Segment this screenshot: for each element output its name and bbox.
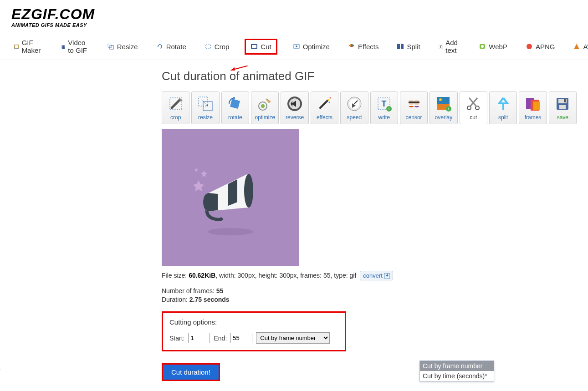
nav-cut[interactable]: Cut [245,39,277,55]
megaphone-icon [185,152,276,243]
resize-tool-icon [197,95,214,112]
file-info: File size: 60.62KiB, width: 300px, heigh… [162,271,577,280]
apng-icon [526,43,533,50]
file-frames-label: , frames: [297,272,323,279]
download-icon [384,273,390,279]
svg-rect-5 [62,48,62,48]
svg-rect-78 [559,105,566,109]
rotate-icon [156,43,164,50]
nav-label: Optimize [303,43,330,51]
svg-point-26 [481,45,484,48]
file-size-value: 60.62KiB [189,272,215,279]
tool-label: speed [347,114,362,121]
end-input[interactable] [230,333,252,343]
nav-video-to-gif[interactable]: Video to GIF [59,37,92,56]
cutting-options-box: Cutting options: Start: End: Cut by fram… [162,311,346,351]
overlay-tool-icon: + [435,95,452,112]
tool-label: crop [170,114,181,121]
file-frames-value: 55 [323,272,331,279]
tool-reverse[interactable]: reverse [281,91,308,124]
nav-apng[interactable]: APNG [523,41,558,52]
svg-line-71 [470,98,477,107]
reverse-tool-icon [286,95,303,112]
frames-info-label: Number of frames: [162,287,216,295]
svg-point-80 [208,228,253,235]
crop-tool-icon [167,95,184,112]
svg-rect-22 [401,44,404,49]
file-type-label: , type: [330,272,349,279]
tool-frames[interactable]: frames [519,91,547,124]
nav-split[interactable]: Split [394,41,423,52]
tool-censor[interactable]: censor [400,91,428,124]
tool-write[interactable]: T+write [370,91,398,124]
tool-save[interactable]: save [549,91,577,124]
start-label: Start: [169,335,184,342]
nav-label: Rotate [166,43,186,51]
start-input[interactable] [188,333,210,343]
nav-gif-maker[interactable]: GIF Maker [11,37,46,56]
tool-speed[interactable]: speed [340,91,368,124]
dropdown-option-frame[interactable]: Cut by frame number [420,361,494,371]
main-nav: GIF Maker Video to GIF Resize Rotate Cro… [0,32,588,60]
video-icon [61,43,66,50]
site-logo[interactable]: EZGIF.COM [11,7,577,21]
nav-label: Crop [215,43,230,51]
text-icon: T [439,43,443,50]
nav-rotate[interactable]: Rotate [153,41,189,52]
effects-icon [348,43,355,50]
end-label: End: [214,335,227,342]
svg-rect-4 [62,47,62,47]
nav-webp[interactable]: WebP [476,41,510,52]
nav-label: APNG [536,43,555,51]
cut-duration-button[interactable]: Cut duration! [162,363,220,381]
file-type-value: gif [350,272,357,279]
cutting-title: Cutting options: [169,318,338,326]
svg-rect-1 [15,46,18,48]
svg-point-65 [439,98,442,101]
nav-add-text[interactable]: TAdd text [436,37,464,56]
dropdown-option-time[interactable]: Cut by time (seconds)* [420,371,494,381]
tool-effects[interactable]: effects [311,91,338,124]
nav-crop[interactable]: Crop [202,41,232,52]
nav-resize[interactable]: Resize [104,41,141,52]
nav-label: GIF Maker [22,39,43,54]
file-height-label: , height: [255,272,280,279]
svg-marker-82 [193,180,204,191]
svg-point-20 [351,46,352,47]
tool-split[interactable]: split [489,91,517,124]
rotate-tool-icon [226,95,244,112]
nav-avif[interactable]: AVIF [570,41,588,52]
svg-rect-3 [62,46,62,46]
convert-button[interactable]: convert [360,271,393,280]
svg-rect-8 [64,48,65,48]
tool-label: resize [198,114,213,121]
site-tagline: ANIMATED GIFS MADE EASY [11,22,577,28]
crop-icon [205,43,212,50]
nav-label: Video to GIF [68,39,88,54]
split-tool-icon [495,95,512,112]
svg-point-41 [261,104,265,108]
tool-cut[interactable]: cut [460,91,487,124]
nav-effects[interactable]: Effects [345,41,382,52]
cut-method-select[interactable]: Cut by frame number [256,332,330,344]
svg-rect-75 [533,102,540,110]
nav-label: WebP [489,43,507,51]
censor-tool-icon [405,95,423,112]
tool-crop[interactable]: crop [162,91,189,124]
nav-optimize[interactable]: Optimize [290,41,332,52]
tool-toolbar: crop resize rotate optimize reverse effe… [162,91,577,124]
nav-label: Resize [117,43,138,51]
tool-resize[interactable]: resize [191,91,219,124]
svg-rect-79 [564,99,566,102]
nav-label: Cut [261,43,271,51]
file-height-value: 300px [279,272,297,279]
svg-line-42 [266,99,270,102]
tool-optimize[interactable]: optimize [251,91,279,124]
tool-rotate[interactable]: rotate [221,91,249,124]
frames-info: Number of frames: 55 [162,287,577,295]
tool-overlay[interactable]: +overlay [429,91,457,124]
tool-label: optimize [255,114,275,121]
frames-info-value: 55 [216,287,224,295]
gif-preview [162,129,299,266]
webp-icon [479,43,486,50]
